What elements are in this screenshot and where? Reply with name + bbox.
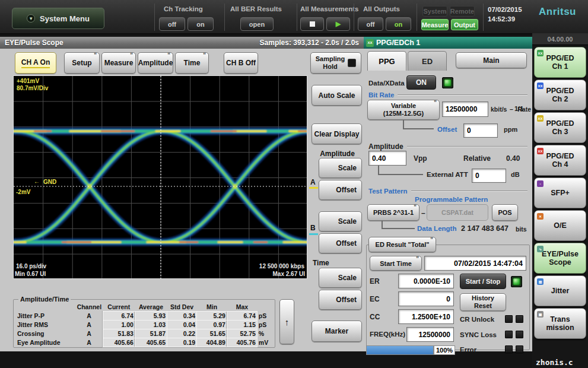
sync-loss-label: SYNC Loss <box>460 331 497 338</box>
ppg-panel: PPG ED Main Data/XData ON Bit Rate Varia… <box>364 49 532 351</box>
system-menu-button[interactable]: ▼ System Menu <box>12 8 104 29</box>
measure-button[interactable]: Measure <box>101 52 136 74</box>
sync-loss-indicator-1 <box>505 331 513 338</box>
amplitude-button[interactable]: Amplitude <box>138 52 173 74</box>
ext-att-connector <box>378 166 423 175</box>
ch3-badge-icon: XX <box>537 115 543 122</box>
sidebar-item-eye-pulse-scope[interactable]: ∿ EYE/Pulse Scope <box>534 243 586 274</box>
all-measurements-start-button[interactable]: ▶ <box>326 17 350 31</box>
gnd-value-label: -2mV <box>16 189 30 195</box>
tab-ed[interactable]: ED <box>408 51 447 71</box>
ch-tracking-off-button[interactable]: off <box>159 17 185 31</box>
date-display: 07/02/2015 <box>488 6 522 13</box>
bit-rate-dash: – <box>510 106 513 113</box>
bit-rate-variable-button[interactable]: Variable (125M-12.5G) <box>367 100 440 120</box>
ppg-ed-window: XX PPG/EDCh 1 PPG ED Main Data/XData ON … <box>364 37 532 351</box>
bit-rate-input[interactable]: 12500000 <box>442 101 488 117</box>
relative-label: Relative <box>463 154 491 163</box>
sidebar-item-oe[interactable]: ✕ O/E <box>534 210 586 241</box>
vpp-input[interactable]: 0.40 <box>368 151 406 166</box>
col-max: Max <box>227 303 257 312</box>
function-sidebar: 04.00.00 XX PPG/ED Ch 1 XX PPG/ED Ch 2 X… <box>532 33 588 368</box>
amplitude-section-label: Amplitude <box>313 150 362 158</box>
ch2-badge-icon: XX <box>537 83 543 89</box>
sidebar-item-sfp[interactable]: ▫ SFP+ <box>534 177 586 208</box>
data-xdata-on-button[interactable]: ON <box>406 75 436 90</box>
all-outputs-on-button[interactable]: on <box>386 17 411 31</box>
ch1-badge-icon: XX <box>537 50 543 56</box>
cspat-file-button[interactable]: CSPAT.dat <box>427 204 488 221</box>
ch-tracking-label: Ch Tracking <box>164 5 203 12</box>
scope-panel: CH A On Setup Measure Amplitude Time CH … <box>0 49 364 351</box>
system-menu-label: System Menu <box>40 14 90 23</box>
clear-display-button[interactable]: Clear Display <box>312 123 362 144</box>
ch-tracking-on-button[interactable]: on <box>187 17 214 31</box>
ed-result-total-button[interactable]: ED Result "Total" <box>368 237 436 252</box>
bit-rate-offset-input[interactable]: 0 <box>463 123 498 138</box>
cr-unlock-indicator-2 <box>516 315 523 323</box>
table-row: Jitter P-P A 6.74 5.93 0.34 5.29 6.74 pS <box>16 312 272 321</box>
bit-rate-rate-label: Rate <box>517 106 531 113</box>
bit-rate-unit: kbit/s <box>491 106 507 113</box>
freq-label: FREQ(kHz) <box>370 331 405 338</box>
scope-div-scale-label: 80.7mV/Div <box>17 85 48 91</box>
all-outputs-off-button[interactable]: off <box>358 17 383 31</box>
section-divider <box>411 191 527 192</box>
table-scroll-up-button[interactable]: ↑ <box>279 299 294 344</box>
auto-scale-button[interactable]: Auto Scale <box>312 85 362 106</box>
eye-pulse-scope-window: EYE/Pulse Scope Samples: 393,312 - 2.0s … <box>0 37 364 351</box>
eye-diagram <box>14 76 307 278</box>
all-outputs-label: All Outputs <box>363 5 400 12</box>
ch-a-on-button[interactable]: CH A On <box>15 52 56 74</box>
table-row: Jitter RMS A 1.00 1.03 0.04 0.97 1.15 pS <box>16 321 272 329</box>
amplitude-a-offset-button[interactable]: Offset <box>319 180 362 200</box>
start-stop-button[interactable]: Start / Stop <box>460 274 506 289</box>
scope-display: +401mV 80.7mV/Div ← GND -2mV 16.0 ps/div… <box>13 75 307 279</box>
all-measurements-stop-button[interactable] <box>300 17 324 31</box>
all-ber-open-button[interactable]: open <box>240 17 274 31</box>
scope-grid <box>14 76 307 278</box>
stop-icon <box>310 21 315 27</box>
play-icon: ▶ <box>336 20 341 28</box>
sidebar-item-ppg-ed-ch3[interactable]: XX PPG/ED Ch 3 <box>534 112 586 143</box>
main-button[interactable]: Main <box>456 52 527 68</box>
error-label: Error <box>460 346 476 353</box>
sampling-hold-button[interactable]: Sampling Hold <box>310 52 361 74</box>
col-current: Current <box>103 303 135 312</box>
marker-button[interactable]: Marker <box>312 321 362 342</box>
sidebar-item-jitter[interactable]: ▥ Jitter <box>534 275 586 306</box>
setup-button[interactable]: Setup <box>64 52 100 74</box>
ch-b-off-button[interactable]: CH B Off <box>224 52 258 74</box>
divider <box>354 4 354 31</box>
time-scale-button[interactable]: Scale <box>319 268 362 288</box>
measurement-progress-bar <box>366 345 434 355</box>
max-ui-label: Max 2.67 UI <box>273 271 305 277</box>
time-offset-button[interactable]: Offset <box>319 290 362 310</box>
sidebar-item-ppg-ed-ch1[interactable]: XX PPG/ED Ch 1 <box>534 47 586 78</box>
external-att-input[interactable]: 0 <box>472 169 506 183</box>
amplitude-b-offset-button[interactable]: Offset <box>319 233 362 253</box>
sidebar-item-transmission[interactable]: ▦ Trans mission <box>534 308 586 339</box>
ec-label: EC <box>370 295 380 303</box>
instrument-screen: ▼ System Menu Ch Tracking off on All BER… <box>0 0 588 368</box>
relative-value: 0.40 <box>506 154 520 163</box>
col-std-dev: Std Dev <box>167 303 197 312</box>
prbs-pattern-button[interactable]: PRBS 2^31-1 <box>367 204 419 221</box>
watermark-text: zhonis.c <box>536 358 573 367</box>
start-time-button[interactable]: Start Time <box>370 256 422 271</box>
tab-ppg[interactable]: PPG <box>367 51 406 71</box>
amplitude-a-scale-button[interactable]: Scale <box>319 158 362 178</box>
data-length-label: Data Length <box>417 225 456 232</box>
progress-fill <box>367 346 433 354</box>
scope-top-scale-label: +401mV <box>17 78 39 84</box>
scope-window-title: EYE/Pulse Scope <box>5 39 63 47</box>
anritsu-logo: Anritsu <box>539 6 576 18</box>
amplitude-b-scale-button[interactable]: Scale <box>319 211 362 231</box>
history-reset-button[interactable]: History Reset <box>460 293 506 311</box>
time-button[interactable]: Time <box>175 52 209 74</box>
sidebar-item-ppg-ed-ch2[interactable]: XX PPG/ED Ch 2 <box>534 80 586 110</box>
sidebar-item-ppg-ed-ch4[interactable]: XX PPG/ED Ch 4 <box>534 145 586 176</box>
start-time-value: 07/02/2015 14:47:04 <box>424 256 526 271</box>
ec-value: 0 <box>398 291 454 306</box>
pos-button[interactable]: POS <box>492 204 518 221</box>
